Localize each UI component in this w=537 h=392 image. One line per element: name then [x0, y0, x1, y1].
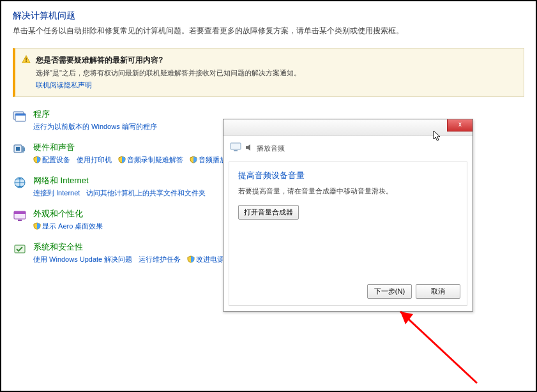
- shield-icon: [33, 222, 41, 230]
- svg-marker-15: [400, 312, 413, 324]
- link-maintenance[interactable]: 运行维护任务: [139, 255, 181, 264]
- banner-privacy-link[interactable]: 联机阅读隐私声明: [36, 81, 92, 89]
- svg-rect-10: [18, 220, 22, 221]
- link-connect-internet[interactable]: 连接到 Internet: [33, 188, 80, 198]
- network-icon: [13, 176, 27, 189]
- link-shared-files[interactable]: 访问其他计算机上的共享文件和文件夹: [86, 188, 206, 198]
- shield-icon: [190, 156, 197, 163]
- hardware-icon: [13, 143, 27, 156]
- svg-line-14: [400, 312, 477, 383]
- dialog-breadcrumb: 播放音频: [230, 142, 467, 154]
- monitor-icon: [230, 142, 241, 154]
- category-title: 外观和个性化: [33, 208, 103, 220]
- svg-rect-1: [26, 61, 26, 62]
- category-title: 程序: [33, 109, 157, 120]
- svg-rect-9: [14, 211, 26, 214]
- dialog-heading: 提高音频设备音量: [238, 170, 458, 181]
- category-title: 网络和 Internet: [33, 175, 206, 186]
- svg-rect-13: [234, 150, 238, 151]
- category-title: 硬件和声音: [33, 142, 255, 153]
- dialog-titlebar[interactable]: x: [223, 119, 473, 136]
- dialog-text: 若要提高音量，请在音量合成器中移动音量滑块。: [238, 186, 458, 196]
- close-button[interactable]: x: [447, 119, 473, 132]
- link-aero[interactable]: 显示 Aero 桌面效果: [33, 222, 103, 231]
- link-windows-update[interactable]: 使用 Windows Update 解决问题: [33, 255, 132, 264]
- audio-troubleshoot-dialog: x 播放音频 提高音频设备音量 若要提高音量，请在音量合成器中移动音量滑块。 打…: [223, 119, 473, 312]
- programs-icon: [13, 110, 27, 123]
- warning-icon: [22, 55, 31, 66]
- cancel-button[interactable]: 取消: [416, 284, 460, 299]
- open-mixer-button[interactable]: 打开音量合成器: [238, 205, 299, 220]
- security-icon: [13, 243, 27, 255]
- svg-rect-12: [231, 143, 241, 149]
- appearance-icon: [13, 209, 27, 222]
- shield-icon: [187, 255, 195, 263]
- speaker-icon: [245, 144, 253, 153]
- page-title: 解决计算机问题: [13, 10, 524, 22]
- annotation-arrow-icon: [381, 300, 483, 389]
- shield-icon: [118, 156, 126, 163]
- link-use-printer[interactable]: 使用打印机: [77, 155, 112, 165]
- page-description: 单击某个任务以自动排除和修复常见的计算机问题。若要查看更多的故障修复方案，请单击…: [13, 26, 524, 36]
- link-run-legacy-program[interactable]: 运行为以前版本的 Windows 编写的程序: [33, 122, 157, 132]
- svg-rect-0: [26, 57, 26, 60]
- shield-icon: [33, 156, 41, 163]
- update-banner: 您是否需要疑难解答的最新可用内容? 选择"是"之后，您将有权访问最新的联机疑难解…: [13, 48, 524, 97]
- banner-title: 您是否需要疑难解答的最新可用内容?: [36, 55, 163, 66]
- breadcrumb-text: 播放音频: [257, 144, 285, 153]
- troubleshoot-page: 解决计算机问题 单击某个任务以自动排除和修复常见的计算机问题。若要查看更多的故障…: [1, 1, 536, 391]
- dialog-body: 提高音频设备音量 若要提高音量，请在音量合成器中移动音量滑块。 打开音量合成器 …: [229, 162, 467, 306]
- link-audio-record-troubleshoot[interactable]: 音频录制疑难解答: [118, 155, 183, 165]
- link-configure-device[interactable]: 配置设备: [33, 155, 70, 165]
- banner-description: 选择"是"之后，您将有权访问最新的联机疑难解答并接收对已知问题的解决方案通知。: [36, 68, 517, 78]
- svg-rect-6: [16, 147, 20, 151]
- next-button[interactable]: 下一步(N): [367, 284, 412, 299]
- svg-rect-4: [15, 114, 26, 116]
